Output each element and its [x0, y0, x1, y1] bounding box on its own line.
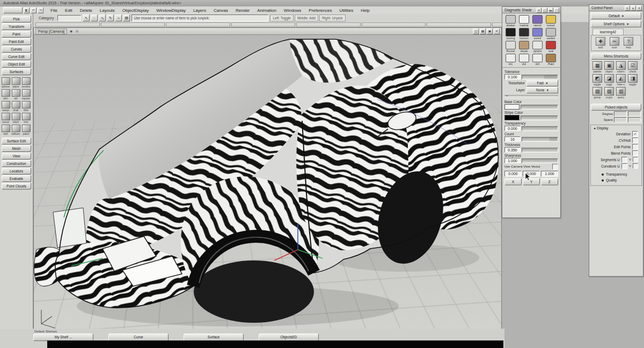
shortcut-tool[interactable]: ◨ toggle: [627, 74, 639, 86]
toolbar-icon[interactable]: ∿: [99, 15, 106, 21]
menu-item[interactable]: Help: [357, 8, 373, 13]
display-checkbox[interactable]: [632, 137, 638, 143]
palette-tab[interactable]: Surface Edit: [2, 137, 31, 144]
menu-item[interactable]: Windows: [280, 8, 305, 13]
collapse-arrow-icon[interactable]: ▼: [506, 94, 508, 97]
display-checkbox-v[interactable]: [633, 157, 638, 162]
surface-tool[interactable]: trim: [21, 113, 31, 124]
shelf-dropdown[interactable]: Default▾: [591, 12, 641, 19]
display-header[interactable]: ▸ Display: [592, 126, 640, 130]
surface-tool[interactable]: rail: [11, 89, 21, 100]
surface-tool[interactable]: swept: [1, 101, 11, 112]
palette-tab[interactable]: Transform: [2, 23, 31, 30]
count-slider[interactable]: [522, 137, 558, 142]
undo-icon[interactable]: ↶: [31, 8, 36, 13]
palette-tab[interactable]: View: [2, 153, 31, 160]
surface-tool[interactable]: draft: [11, 101, 21, 112]
viewport-title-bar[interactable]: Persp [Camera] ◉⊡ ◫▦▣✕: [34, 28, 501, 35]
menu-item[interactable]: Canvas: [210, 8, 232, 13]
shader-swatch[interactable]: cleyas: [517, 41, 531, 53]
shortcut-tool[interactable]: ◩ toggle: [591, 74, 603, 86]
shader-swatch[interactable]: vancol: [531, 15, 544, 27]
menu-item[interactable]: ObjectDisplay: [119, 8, 152, 13]
palette-tab[interactable]: Locators: [2, 168, 31, 175]
shortcut-tool[interactable]: ☑ check: [627, 61, 639, 73]
quick-tool[interactable]: ✚ add: [595, 37, 606, 49]
toolbar-icon[interactable]: ⌁: [115, 15, 122, 21]
shortcut-tool[interactable]: ▣ object: [603, 61, 615, 73]
menu-item[interactable]: Edit: [61, 8, 76, 13]
shortcut-tool[interactable]: ▦ palette: [591, 61, 603, 73]
picked-objects-header[interactable]: Picked objects: [591, 104, 641, 111]
display-bullet-row[interactable]: Transparency: [592, 171, 640, 177]
vector-field[interactable]: 0.000: [523, 171, 540, 177]
base-color-swatch[interactable]: [504, 104, 519, 110]
shelf-tab[interactable]: Surface: [184, 334, 244, 341]
menu-shortcuts-header[interactable]: Menu Shortcuts: [591, 53, 641, 60]
vector-field[interactable]: 1.000: [541, 171, 558, 177]
surface-tool[interactable]: fillet: [21, 101, 31, 112]
shader-swatch[interactable]: madcat: [517, 15, 531, 27]
viewport-control-icon[interactable]: ▣: [487, 28, 493, 34]
display-checkbox[interactable]: [621, 157, 627, 163]
quick-tool[interactable]: ? help: [623, 37, 634, 49]
layer-dropdown[interactable]: None▾: [526, 87, 558, 93]
viewport-icon[interactable]: ⊡: [75, 29, 79, 34]
value-field[interactable]: [628, 117, 641, 122]
thickness-slider[interactable]: [522, 148, 558, 153]
shelf-tab[interactable]: My Shelf ...: [33, 334, 93, 341]
3d-canvas[interactable]: [34, 35, 501, 332]
display-bullet-row[interactable]: Quality: [592, 177, 640, 183]
diagnostic-shade-header[interactable]: Diagnostic Shade ✕▢▬◠: [502, 7, 560, 13]
shader-swatch[interactable]: horizon: [517, 28, 531, 40]
panel-window-button[interactable]: ✕: [636, 5, 642, 11]
value-field[interactable]: [614, 111, 627, 117]
thickness-field[interactable]: 0.350: [504, 147, 521, 153]
toolbar-icon[interactable]: ↖: [83, 15, 90, 21]
viewport-control-icon[interactable]: ◫: [473, 28, 479, 34]
palette-tab[interactable]: Object Edit: [2, 61, 31, 68]
surface-tool[interactable]: square: [21, 89, 31, 100]
surface-tool[interactable]: ball: [1, 125, 11, 135]
shader-swatch[interactable]: vk1: [504, 54, 517, 66]
control-panel-header[interactable]: Control Panel ≡▸✕: [589, 5, 643, 11]
palette-tab[interactable]: Pick: [2, 16, 31, 23]
shader-swatch[interactable]: vk2: [517, 54, 531, 66]
surface-tool[interactable]: revolve: [21, 77, 31, 88]
menu-item[interactable]: File: [47, 8, 61, 13]
shader-swatch[interactable]: kuesel: [544, 15, 558, 27]
transparency-field[interactable]: 0.000: [504, 126, 521, 131]
shader-swatch[interactable]: abakan: [504, 15, 517, 27]
display-checkbox-v[interactable]: [633, 163, 638, 169]
display-checkbox[interactable]: [632, 150, 638, 156]
tolerance-field[interactable]: 0.100: [504, 74, 521, 79]
menu-item[interactable]: Delete: [76, 8, 96, 13]
viewport-icon[interactable]: ◉: [69, 29, 74, 34]
panel-window-button[interactable]: ✕: [536, 8, 541, 13]
panel-window-button[interactable]: ▸: [631, 5, 636, 11]
shortcut-tool[interactable]: ◭ hide-u: [615, 74, 627, 86]
display-checkbox[interactable]: ✓: [632, 131, 638, 137]
palette-tab[interactable]: Evaluate: [2, 175, 31, 182]
panel-window-button[interactable]: ≡: [625, 5, 630, 11]
menu-item[interactable]: Render: [232, 8, 253, 13]
palette-tab[interactable]: Mesh: [2, 145, 31, 152]
category-dropdown[interactable]: [57, 15, 81, 21]
shortcut-tool[interactable]: ◪ toggl: [603, 74, 615, 86]
shelf-options-dropdown[interactable]: Shelf Options▾: [591, 20, 641, 27]
layout-icon[interactable]: ◧: [24, 8, 30, 13]
surface-tool[interactable]: plane: [11, 77, 21, 88]
tessellator-dropdown[interactable]: Fast▾: [526, 80, 558, 86]
surface-tool[interactable]: patch: [21, 125, 31, 135]
palette-tab[interactable]: Surfaces: [2, 68, 31, 75]
panel-window-button[interactable]: ◠: [554, 8, 559, 13]
vector-field[interactable]: 0.000: [504, 171, 522, 177]
sharpness-slider[interactable]: [522, 158, 558, 163]
menu-item[interactable]: WindowDisplay: [152, 8, 189, 13]
surface-tool[interactable]: balloon: [11, 125, 21, 135]
display-checkbox[interactable]: [632, 144, 638, 150]
base-color-slider[interactable]: [521, 105, 558, 110]
shader-swatch[interactable]: scoring: [504, 28, 517, 40]
count-field[interactable]: 16: [504, 136, 521, 142]
sharpness-field[interactable]: 1.000: [504, 158, 521, 163]
